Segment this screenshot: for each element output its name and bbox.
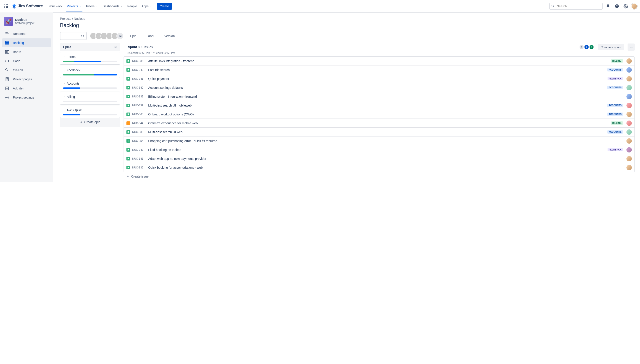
project-sidebar: 🚀 Nucleus Software project RoadmapBacklo…	[0, 12, 53, 182]
issue-assignee-avatar[interactable]	[626, 120, 632, 126]
issue-assignee-avatar[interactable]	[626, 94, 632, 99]
filter-version[interactable]: Version	[163, 33, 180, 39]
sidebar-item-code[interactable]: Code	[2, 56, 51, 66]
project-header[interactable]: 🚀 Nucleus Software project	[2, 17, 51, 29]
issue-assignee-avatar[interactable]	[626, 58, 632, 64]
profile-avatar[interactable]	[631, 3, 637, 9]
nav-projects[interactable]: Projects	[65, 0, 84, 12]
issue-epic-tag: ACCOUNTS	[607, 68, 623, 72]
nav-dashboards[interactable]: Dashboards	[100, 0, 125, 12]
epic-card[interactable]: Forms	[60, 52, 120, 64]
issue-type-icon	[126, 130, 130, 134]
issue-row[interactable]: NUC-354Shopping cart purchasing error - …	[124, 136, 634, 146]
issue-assignee-avatar[interactable]	[626, 67, 632, 72]
sidebar-icon	[5, 68, 10, 72]
breadcrumb-root[interactable]: Projects	[60, 17, 71, 20]
issue-key: NUC-339	[132, 95, 146, 98]
issue-key: NUC-341	[132, 77, 146, 80]
sidebar-icon	[5, 95, 10, 100]
issue-assignee-avatar[interactable]	[626, 76, 632, 82]
issue-assignee-avatar[interactable]	[626, 103, 632, 108]
app-switcher-button[interactable]	[3, 3, 10, 10]
issue-assignee-avatar[interactable]	[626, 147, 632, 152]
filter-label[interactable]: Label	[146, 33, 159, 39]
svg-point-10	[7, 70, 7, 70]
backlog-search[interactable]	[60, 32, 87, 40]
assignee-filter-avatars[interactable]: +3	[90, 32, 124, 40]
sidebar-item-add-item[interactable]: Add item	[2, 84, 51, 93]
svg-rect-6	[6, 44, 9, 44]
nav-filters[interactable]: Filters	[84, 0, 100, 12]
issue-type-icon	[126, 68, 130, 72]
issue-type-icon	[126, 122, 130, 125]
pill-inprogress: 2	[584, 45, 588, 49]
product-logo[interactable]: Jira Software	[12, 4, 43, 9]
help-button[interactable]: ?	[613, 3, 620, 10]
nav-your-work[interactable]: Your work	[47, 0, 65, 12]
filter-epic[interactable]: Epic	[129, 33, 141, 39]
nav-people[interactable]: People	[125, 0, 139, 12]
sidebar-icon	[5, 86, 10, 90]
complete-sprint-button[interactable]: Complete sprint	[598, 44, 624, 50]
sidebar-item-on-call[interactable]: On-call	[2, 66, 51, 74]
sidebar-item-project-settings[interactable]: Project settings	[2, 93, 51, 102]
create-issue-button[interactable]: ＋ Create issue	[124, 172, 635, 178]
nav-apps[interactable]: Apps	[139, 0, 154, 12]
issue-row[interactable]: NUC-343Fluid booking on tabletsFEEDBACK	[124, 146, 634, 154]
epic-progress	[63, 101, 117, 102]
issue-epic-tag: BILLING	[611, 59, 623, 62]
global-search[interactable]	[549, 3, 603, 10]
issue-assignee-avatar[interactable]	[626, 85, 632, 90]
issue-row[interactable]: NUC-337Multi-dest search UI mobilewebACC…	[124, 101, 634, 110]
create-button[interactable]: Create	[157, 3, 172, 10]
avatar-overflow[interactable]: +3	[116, 32, 124, 40]
issue-row[interactable]: NUC-339Billing system integration - fron…	[124, 92, 634, 101]
close-epics-icon[interactable]: ✕	[114, 45, 117, 49]
sidebar-item-roadmap[interactable]: Roadmap	[2, 29, 51, 38]
toolbar: +3 EpicLabelVersion	[60, 32, 635, 40]
notifications-button[interactable]	[604, 3, 611, 10]
epic-card[interactable]: Billing	[60, 92, 120, 104]
issue-key: NUC-338	[132, 130, 146, 134]
issue-row[interactable]: NUC-342Fast trip searchACCOUNTS	[124, 66, 634, 74]
issue-row[interactable]: NUC-344Optimize experience for mobile we…	[124, 119, 634, 128]
sidebar-item-board[interactable]: Board	[2, 48, 51, 56]
create-epic-button[interactable]: ＋Create epic	[60, 118, 120, 127]
issue-assignee-avatar[interactable]	[626, 165, 632, 170]
pill-done: 0	[589, 45, 593, 49]
issue-row[interactable]: NUC-338Multi-dest search UI webACCOUNTS	[124, 128, 634, 136]
issue-row[interactable]: NUC-346Adapt web app no new payments pro…	[124, 154, 634, 163]
issue-row[interactable]: NUC-341Quick paymentFEEDBACK	[124, 74, 634, 83]
project-name: Nucleus	[15, 18, 35, 22]
epic-card[interactable]: Feedback	[60, 66, 120, 78]
issue-assignee-avatar[interactable]	[626, 130, 632, 135]
settings-button[interactable]	[622, 3, 629, 10]
issue-epic-tag: FEEDBACK	[607, 148, 623, 151]
epic-card[interactable]: Accounts	[60, 79, 120, 91]
sprint-header: Sprint 3 5 issues 3 2 0 Complete sprint …	[124, 43, 635, 52]
sidebar-item-project-pages[interactable]: Project pages	[2, 75, 51, 84]
issue-epic-tag: FEEDBACK	[607, 77, 623, 80]
issue-summary: Affelite links integration - frontend	[148, 59, 609, 63]
collapse-sprint-icon[interactable]	[124, 45, 126, 49]
issue-row[interactable]: NUC-336Quick booking for accomodations -…	[124, 163, 634, 172]
svg-rect-8	[7, 50, 8, 53]
issue-row[interactable]: NUC-340Account settings defaultsACCOUNTS	[124, 83, 634, 92]
issue-epic-tag: ACCOUNTS	[607, 86, 623, 89]
svg-rect-7	[6, 50, 7, 53]
grid-icon	[5, 4, 8, 8]
issue-summary: Adapt web app no new payments provider	[148, 157, 623, 160]
issue-row[interactable]: NUC-360Onboard workout options (OWO)ACCO…	[124, 110, 634, 119]
issue-row[interactable]: NUC-335Affelite links integration - fron…	[124, 56, 634, 66]
issue-assignee-avatar[interactable]	[626, 138, 632, 144]
search-input[interactable]	[549, 3, 603, 10]
sprint-name: Sprint 3	[128, 45, 140, 49]
epic-name: Forms	[67, 55, 76, 58]
epic-card[interactable]: AWS spike	[60, 106, 120, 118]
issue-assignee-avatar[interactable]	[626, 156, 632, 161]
svg-point-14	[82, 35, 84, 37]
sidebar-item-backlog[interactable]: Backlog	[2, 38, 51, 47]
sprint-more-button[interactable]: ⋯	[627, 44, 635, 50]
issue-summary: Optimize experience for mobile web	[148, 122, 609, 125]
issue-assignee-avatar[interactable]	[626, 112, 632, 117]
